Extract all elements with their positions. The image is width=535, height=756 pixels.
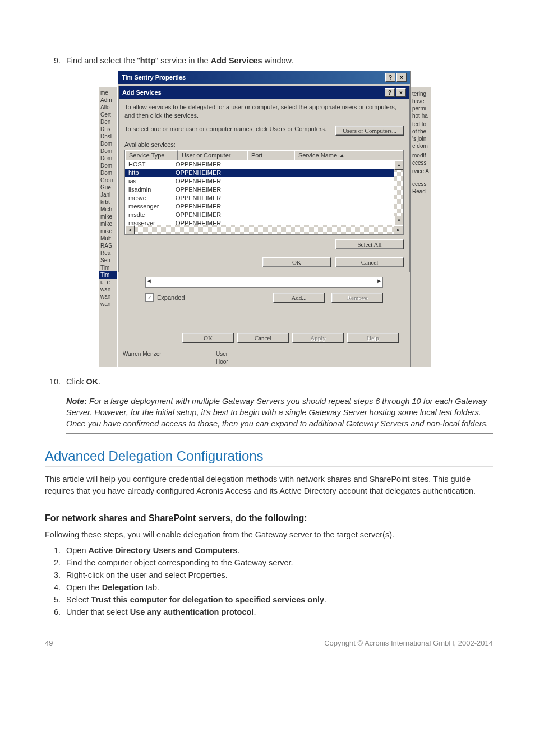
properties-title: Tim Sentry Properties xyxy=(122,74,384,81)
background-list-left: meAdmAlloCertDenDnsDnslDomDomDomDomDomGr… xyxy=(99,87,117,367)
table-row[interactable]: msdtcOPPENHEIMER xyxy=(125,211,394,219)
step-10-number: 10. xyxy=(45,377,66,386)
bg-text-fragment xyxy=(411,202,431,203)
background-list-right: teringhavepermihot hated toof the's join… xyxy=(411,87,431,367)
select-all-button[interactable]: Select All xyxy=(335,239,404,249)
bg-list-item: Dom xyxy=(99,147,117,155)
table-row[interactable]: iasOPPENHEIMER xyxy=(125,177,394,185)
add-services-screenshot: meAdmAlloCertDenDnsDnslDomDomDomDomDomGr… xyxy=(118,71,411,367)
inner-cancel-button[interactable]: Cancel xyxy=(335,257,404,267)
bg-list-item: Dom xyxy=(99,169,117,177)
bg-text-fragment: ccess xyxy=(411,159,431,166)
bg-list-item: Tim xyxy=(99,271,117,279)
sort-asc-icon: ▲ xyxy=(339,152,345,159)
col-user-computer[interactable]: User or Computer xyxy=(178,150,247,160)
close-icon[interactable]: × xyxy=(396,73,407,82)
bg-list-item: Den xyxy=(99,118,117,126)
step-9-b2: Add Services xyxy=(211,56,262,65)
bg-list-item: Dom xyxy=(99,155,117,162)
bg-list-item: RAS xyxy=(99,242,117,249)
v-scrollbar[interactable]: ▲ ▼ xyxy=(394,160,403,225)
add-services-title: Add Services xyxy=(122,89,384,96)
inner-help-icon[interactable]: ? xyxy=(385,88,395,97)
apply-button: Apply xyxy=(292,333,344,343)
page-number: 49 xyxy=(45,639,53,647)
section-heading: Advanced Delegation Configurations xyxy=(45,448,493,467)
add-services-dialog: Add Services ? × To allow services to be… xyxy=(118,86,410,272)
scroll-right-icon[interactable]: ► xyxy=(394,225,403,235)
bg-row-type-2: Hoor xyxy=(216,359,228,365)
add-services-titlebar: Add Services ? × xyxy=(119,86,409,99)
list-item: 4. Open the Delegation tab. xyxy=(45,583,493,592)
bg-text-fragment: modif xyxy=(411,152,431,159)
outer-ok-button[interactable]: OK xyxy=(182,333,234,343)
remove-button: Remove xyxy=(331,293,383,303)
table-row[interactable]: iisadminOPPENHEIMER xyxy=(125,185,394,194)
note-box: Note: For a large deployment with multip… xyxy=(66,392,493,434)
section-intro: This article will help you configure cre… xyxy=(45,474,493,498)
list-item: 1. Open Active Directory Users and Compu… xyxy=(45,546,493,555)
bg-list-item: Mult xyxy=(99,235,117,242)
services-list[interactable]: Service Type User or Computer Port Servi… xyxy=(124,150,404,235)
expanded-checkbox[interactable]: ✓ Expanded xyxy=(145,293,185,302)
bg-list-item: Rea xyxy=(99,249,117,257)
bg-list-item: Dom xyxy=(99,162,117,169)
step-9-text: Find and select the "http" service in th… xyxy=(66,56,493,65)
bg-list-item: u+e xyxy=(99,279,117,286)
help-button: Help xyxy=(347,333,399,343)
step-10: 10. Click OK. xyxy=(45,377,493,386)
bg-text-fragment: of the xyxy=(411,128,431,135)
v-scroll-track[interactable] xyxy=(394,170,403,216)
expanded-label: Expanded xyxy=(157,294,185,301)
outer-scroll-right-icon[interactable]: ► xyxy=(376,277,382,287)
bg-text-fragment: 's join xyxy=(411,135,431,142)
scroll-down-icon[interactable]: ▼ xyxy=(394,216,404,225)
users-computers-button[interactable]: Users or Computers... xyxy=(335,126,404,136)
table-row[interactable]: HOSTOPPENHEIMER xyxy=(125,160,394,169)
bg-list-item: Adm xyxy=(99,96,117,104)
col-port[interactable]: Port xyxy=(247,150,294,160)
bg-text-fragment: ccess xyxy=(411,180,431,188)
table-row[interactable]: httpOPPENHEIMER xyxy=(125,169,394,177)
inner-ok-button[interactable]: OK xyxy=(262,257,331,267)
bg-list-item: Cert xyxy=(99,111,117,118)
outer-scroll-left-icon[interactable]: ◄ xyxy=(146,277,152,287)
list-item: 5. Select Trust this computer for delega… xyxy=(45,595,493,604)
help-icon[interactable]: ? xyxy=(385,73,395,82)
col-service-name[interactable]: Service Name ▲ xyxy=(294,150,403,160)
bg-list-item: mike xyxy=(99,228,117,235)
table-row[interactable]: messengerOPPENHEIMER xyxy=(125,202,394,211)
scroll-left-icon[interactable]: ◄ xyxy=(125,225,135,235)
background-bottom-rows: Warren Menzer User xyxy=(118,351,410,359)
checkbox-icon: ✓ xyxy=(145,293,154,302)
outer-cancel-button[interactable]: Cancel xyxy=(237,333,289,343)
step-9-pre: Find and select the " xyxy=(66,56,140,65)
properties-titlebar: Tim Sentry Properties ? × xyxy=(118,71,410,84)
step-9-b1: http xyxy=(140,56,155,65)
list-item: 3. Right-click on the user and select Pr… xyxy=(45,571,493,579)
bg-list-item: wan xyxy=(99,293,117,300)
bg-list-item: Dom xyxy=(99,140,117,147)
bg-text-fragment: e dom xyxy=(411,142,431,150)
inner-close-icon[interactable]: × xyxy=(396,88,406,97)
bg-list-item: Dnsl xyxy=(99,133,117,140)
bg-list-item: wan xyxy=(99,286,117,293)
bg-row-name: Warren Menzer xyxy=(123,351,216,357)
bg-list-item: Grou xyxy=(99,177,117,184)
add-button[interactable]: Add... xyxy=(273,293,325,303)
col-service-type[interactable]: Service Type xyxy=(125,150,178,160)
h-scroll-track[interactable] xyxy=(135,225,394,234)
bg-list-item: Allo xyxy=(99,104,117,111)
table-row[interactable]: mcsvcOPPENHEIMER xyxy=(125,194,394,202)
bg-list-item: me xyxy=(99,89,117,96)
h-scrollbar[interactable]: ◄ ► xyxy=(125,225,403,234)
bg-text-fragment: rvice A xyxy=(411,168,431,175)
info-text: To allow services to be delegated for a … xyxy=(124,103,404,120)
outer-small-list[interactable]: ◄ ► xyxy=(145,277,383,288)
scroll-up-icon[interactable]: ▲ xyxy=(394,160,404,170)
properties-lower: ◄ ► ✓ Expanded Add... Remove OK Cancel A… xyxy=(118,272,410,351)
step-9-post: window. xyxy=(262,56,294,65)
bg-text-fragment: permi xyxy=(411,105,431,112)
note-label: Note: xyxy=(66,397,87,406)
bg-list-item: Dns xyxy=(99,126,117,133)
